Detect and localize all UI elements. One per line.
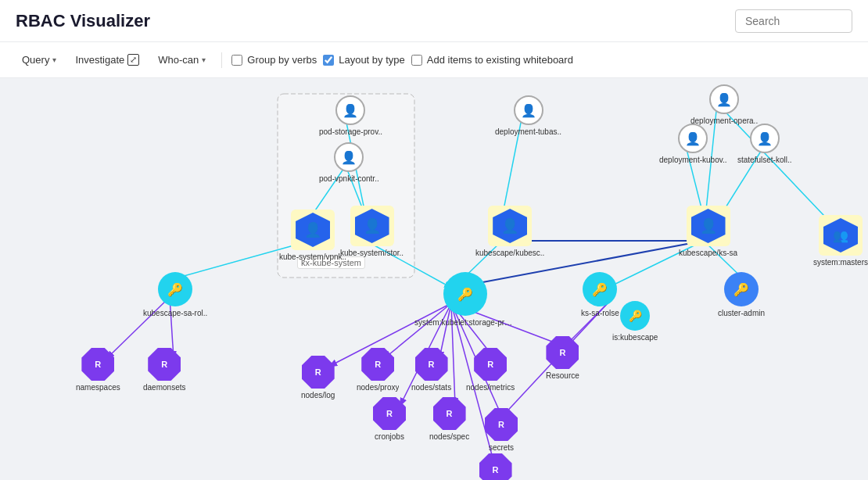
node-label-cronjobs: cronjobs — [375, 432, 404, 441]
node-label-nodes-proxy: nodes/proxy — [357, 383, 399, 392]
node-label-nodes-spec: nodes/spec — [429, 432, 469, 441]
node-daemonsets[interactable]: R daemonsets — [143, 348, 185, 392]
node-label-nodes-stats: nodes/stats — [411, 383, 451, 392]
node-kubescape-kubesc[interactable]: 👤 kubescape/kubesc.. — [475, 206, 544, 257]
investigate-button[interactable]: Investigate ⤢ — [69, 51, 145, 69]
node-nodes-spec[interactable]: R nodes/spec — [429, 397, 469, 441]
investigate-icon: ⤢ — [127, 54, 139, 66]
node-system-masters[interactable]: 👥 system:masters — [813, 215, 868, 267]
group-by-verbs-checkbox[interactable] — [231, 55, 242, 66]
whocan-chevron-icon: ▾ — [202, 56, 206, 64]
app-container: RBAC Visualizer Query ▾ Investigate ⤢ Wh… — [0, 0, 868, 480]
query-chevron-icon: ▾ — [52, 56, 56, 64]
node-nodes-stats[interactable]: R nodes/stats — [411, 348, 451, 392]
node-statefulset-koll[interactable]: 👤 statefulset-koll.. — [737, 124, 791, 164]
node-kube-system-stor[interactable]: 👤 kube-system/stor.. — [340, 206, 404, 257]
layout-by-type-checkbox-item[interactable]: Layout by type — [323, 54, 405, 66]
node-label-kubescape-sa-rol: kubescape-sa-rol.. — [143, 309, 207, 317]
whocan-button[interactable]: Who-can ▾ — [152, 51, 212, 69]
search-input[interactable] — [735, 9, 852, 33]
add-items-checkbox[interactable] — [411, 55, 422, 66]
node-label-deployment-kubov: deployment-kubov.. — [659, 156, 727, 164]
node-nodes-proxy[interactable]: R nodes/proxy — [357, 348, 399, 392]
node-nodes-log[interactable]: R nodes/log — [301, 356, 335, 399]
node-deployment-kubov[interactable]: 👤 deployment-kubov.. — [659, 124, 727, 164]
node-kubescape-sa-rol[interactable]: 🔑 kubescape-sa-rol.. — [143, 272, 207, 317]
node-label-cluster-admin: cluster-admin — [718, 309, 765, 317]
node-namespaces[interactable]: R namespaces — [76, 348, 120, 392]
node-label-pod-storage-prov: pod-storage-prov.. — [319, 127, 382, 136]
layout-by-type-label: Layout by type — [339, 54, 405, 66]
node-label-kubescape-kubesc: kubescape/kubesc.. — [475, 249, 544, 257]
node-label-kube-system-stor: kube-system/stor.. — [340, 249, 404, 257]
investigate-label: Investigate — [75, 54, 124, 66]
add-items-checkbox-item[interactable]: Add items to existing whiteboard — [411, 54, 573, 66]
node-is-kubescape[interactable]: 🔑 is:kubescape — [612, 301, 658, 342]
group-by-verbs-label: Group by verbs — [247, 54, 317, 66]
node-label-system-masters: system:masters — [813, 258, 868, 267]
node-label-daemonsets: daemonsets — [143, 383, 185, 392]
node-label-secrets: secrets — [489, 443, 514, 452]
node-label-kube-system-vpnk: kube-system/vpnk.. — [279, 253, 346, 261]
node-nodes-metrics[interactable]: R nodes/metrics — [466, 348, 515, 392]
whocan-label: Who-can — [158, 54, 199, 66]
canvas: kx-kube-system 👤 pod-storage-prov.. 👤 po… — [0, 78, 868, 480]
node-cronjobs[interactable]: R cronjobs — [373, 397, 406, 441]
query-button[interactable]: Query ▾ — [16, 51, 63, 69]
header: RBAC Visualizer — [0, 0, 868, 42]
node-pod-vpnkit-contr[interactable]: 👤 pod-vpnkit-contr.. — [319, 142, 379, 183]
toolbar-divider-1 — [221, 52, 222, 68]
toolbar: Query ▾ Investigate ⤢ Who-can ▾ Group by… — [0, 42, 868, 78]
node-deployment-opera[interactable]: 👤 deployment-opera.. — [690, 84, 758, 125]
node-label-kubescape-ks-sa: kubescape/ks-sa — [679, 249, 737, 257]
layout-by-type-checkbox[interactable] — [323, 55, 334, 66]
node-kube-system-vpnk[interactable]: 👤 kube-system/vpnk.. — [279, 210, 346, 261]
add-items-label: Add items to existing whiteboard — [427, 54, 573, 66]
node-label-pod-vpnkit-contr: pod-vpnkit-contr.. — [319, 174, 379, 183]
query-label: Query — [22, 54, 49, 66]
node-label-deployment-tubas: deployment-tubas.. — [495, 127, 561, 136]
node-label-statefulset-koll: statefulset-koll.. — [737, 156, 791, 164]
app-title: RBAC Visualizer — [16, 11, 150, 31]
group-by-verbs-checkbox-item[interactable]: Group by verbs — [231, 54, 317, 66]
node-pod-storage-prov[interactable]: 👤 pod-storage-prov.. — [319, 95, 382, 136]
node-label-nodes-log: nodes/log — [301, 391, 335, 399]
node-kubescape-ks-sa[interactable]: 👤 kubescape/ks-sa — [679, 206, 737, 257]
node-resource-extra[interactable]: R Resource — [546, 336, 579, 380]
node-label-resource-extra: Resource — [546, 371, 579, 380]
node-label-nodes-metrics: nodes/metrics — [466, 383, 515, 392]
node-label-namespaces: namespaces — [76, 383, 120, 392]
node-label-is-kubescape: is:kubescape — [612, 333, 658, 342]
node-label-system-kubelet-storage: system:kubelet:storage-provisio.. — [414, 318, 516, 327]
node-configmaps[interactable]: R configmaps — [475, 453, 515, 480]
node-cluster-admin[interactable]: 🔑 cluster-admin — [718, 272, 765, 317]
node-system-kubelet-storage[interactable]: 🔑 system:kubelet:storage-provisio.. — [414, 272, 516, 327]
node-secrets[interactable]: R secrets — [485, 408, 518, 452]
node-deployment-tubas[interactable]: 👤 deployment-tubas.. — [495, 95, 561, 136]
